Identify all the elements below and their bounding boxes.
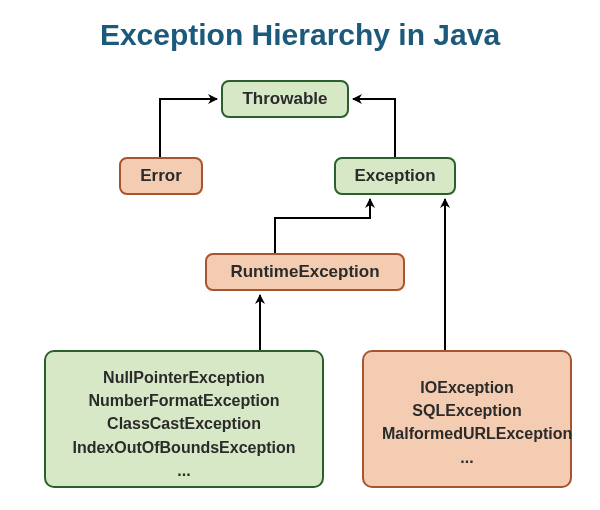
node-runtime-exception: RuntimeException bbox=[205, 253, 405, 291]
node-runtime-exception-label: RuntimeException bbox=[230, 262, 379, 282]
runtime-child-2: NumberFormatException bbox=[64, 389, 304, 412]
node-throwable-label: Throwable bbox=[242, 89, 327, 109]
node-exception-label: Exception bbox=[354, 166, 435, 186]
node-exception-children: IOException SQLException MalformedURLExc… bbox=[362, 350, 572, 488]
diagram-title: Exception Hierarchy in Java bbox=[0, 18, 600, 52]
exception-child-1: IOException bbox=[382, 376, 552, 399]
exception-child-more: ... bbox=[382, 446, 552, 469]
arrow-error-to-throwable bbox=[160, 99, 217, 157]
node-exception: Exception bbox=[334, 157, 456, 195]
exception-child-3: MalformedURLException bbox=[382, 422, 552, 445]
runtime-child-4: IndexOutOfBoundsException bbox=[64, 436, 304, 459]
exception-child-2: SQLException bbox=[382, 399, 552, 422]
node-runtime-children: NullPointerException NumberFormatExcepti… bbox=[44, 350, 324, 488]
node-throwable: Throwable bbox=[221, 80, 349, 118]
runtime-child-3: ClassCastException bbox=[64, 412, 304, 435]
arrow-runtime-to-exception bbox=[275, 199, 370, 253]
node-error-label: Error bbox=[140, 166, 182, 186]
node-error: Error bbox=[119, 157, 203, 195]
diagram-canvas: Exception Hierarchy in Java Throwable Er… bbox=[0, 0, 600, 510]
runtime-child-more: ... bbox=[64, 459, 304, 482]
runtime-child-1: NullPointerException bbox=[64, 366, 304, 389]
arrow-exception-to-throwable bbox=[353, 99, 395, 157]
